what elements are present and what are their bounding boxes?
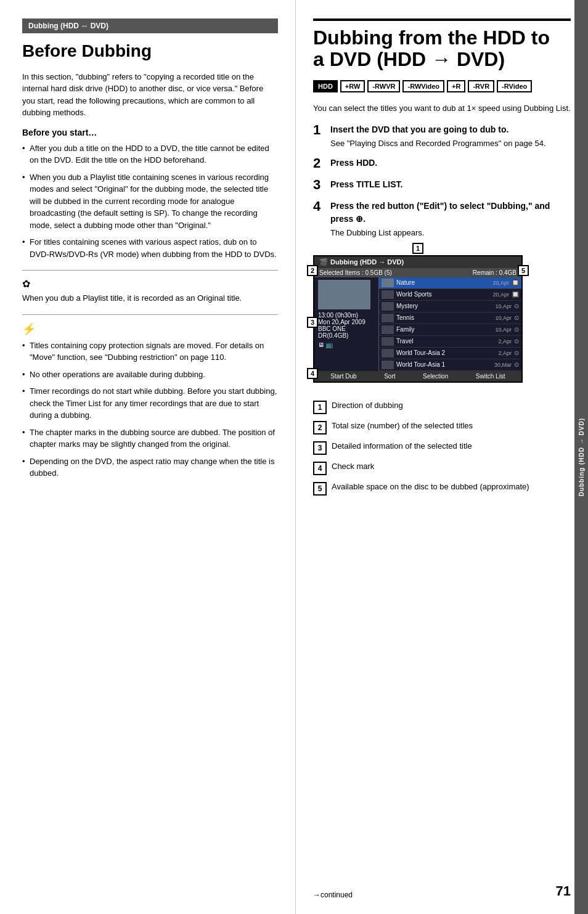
screen-info-time: 13:00 (0h30m) xyxy=(318,312,375,319)
bottom-row: →continued 71 xyxy=(313,883,571,899)
step-content: Press the red button ("Edit") to select … xyxy=(330,200,571,239)
step-row: 4 Press the red button ("Edit") to selec… xyxy=(313,200,571,239)
screen-diagram-wrapper: 1 🎬 Dubbing (HDD → DVD) Selected Items :… xyxy=(313,249,571,393)
screen-list-item: Mystery10,Apr⊙ xyxy=(379,301,521,312)
screen-item-name: World Tour-Asia 2 xyxy=(396,349,496,356)
screen-footer: Start Dub Sort Selection Switch List xyxy=(314,371,521,382)
screen-item-name: Travel xyxy=(396,338,496,345)
callout-marker-2: 2 xyxy=(307,265,318,276)
screen-item-date: 30,Mar xyxy=(494,362,512,368)
screen-sub-right: Remain : 0.4GB xyxy=(473,269,517,276)
screen-list-item: World Tour-Asia 130,Mar⊙ xyxy=(379,359,521,371)
screen-item-name: Family xyxy=(396,326,492,333)
callout-box: 5 xyxy=(313,482,327,496)
callout-box: 2 xyxy=(313,421,327,435)
warning-bullet-item: No other operations are available during… xyxy=(22,369,278,381)
screen-item-name: Mystery xyxy=(396,303,492,309)
screen-item-date: 20,Apr xyxy=(492,280,509,286)
step-content: Press HDD. xyxy=(330,157,377,171)
callout-text: Available space on the disc to be dubbed… xyxy=(332,481,529,492)
disc-badge: +RW xyxy=(340,80,365,92)
warning-bullet-item: Timer recordings do not start while dubb… xyxy=(22,385,278,422)
steps-section: 1 Insert the DVD that you are going to d… xyxy=(313,123,571,239)
side-tab-container: Dubbing (HDD → DVD) xyxy=(574,0,588,914)
side-tab-text: Dubbing (HDD → DVD) xyxy=(578,418,585,496)
bullet-item: After you dub a title on the HDD to a DV… xyxy=(22,142,278,166)
screen-list-item: World Sports20,Apr🔲 xyxy=(379,289,521,301)
step-row: 2 Press HDD. xyxy=(313,157,571,171)
screen-item-thumb xyxy=(382,337,394,346)
screen-list-item: Nature20,Apr🔲 xyxy=(379,277,521,289)
warning-icon: ⚡ xyxy=(22,322,278,336)
screen-item-date: 20,Apr xyxy=(492,292,509,298)
step-title: Press TITLE LIST. xyxy=(330,178,402,191)
left-main-heading: Before Dubbing xyxy=(22,42,278,61)
screen-item-thumb xyxy=(382,325,394,334)
disc-badge: -RVR xyxy=(468,80,494,92)
callout-marker-1: 1 xyxy=(412,243,423,254)
footer-start-dub: Start Dub xyxy=(330,373,356,380)
screen-list-item: World Tour-Asia 22,Apr⊙ xyxy=(379,348,521,359)
continued-text: →continued xyxy=(313,891,353,899)
disc-badges: HDD+RW-RWVR-RWVideo+R-RVR-RVideo xyxy=(313,80,571,92)
step-title: Press the red button ("Edit") to select … xyxy=(330,200,571,226)
screen-item-icon: 🔲 xyxy=(512,291,519,298)
step-detail: The Dubbing List appears. xyxy=(330,227,571,239)
screen-item-thumb xyxy=(382,279,394,287)
step-number: 3 xyxy=(313,178,330,192)
callout-text: Direction of dubbing xyxy=(332,400,403,411)
screen-item-thumb xyxy=(382,361,394,369)
right-intro-text: You can select the titles you want to du… xyxy=(313,102,571,115)
callout-text: Check mark xyxy=(332,461,374,472)
divider-1 xyxy=(22,270,278,271)
right-column: Dubbing from the HDD to a DVD (HDD → DVD… xyxy=(296,0,588,914)
step-number: 1 xyxy=(313,123,330,137)
before-start-heading: Before you start… xyxy=(22,128,278,137)
step-content: Insert the DVD that you are going to dub… xyxy=(330,123,546,150)
screen-item-name: World Sports xyxy=(396,291,490,298)
bullet-item: When you dub a Playlist title containing… xyxy=(22,171,278,232)
page-number: 71 xyxy=(556,883,571,899)
screen-diagram: 🎬 Dubbing (HDD → DVD) Selected Items : 0… xyxy=(313,255,523,383)
screen-item-date: 10,Apr xyxy=(495,315,512,321)
screen-title-icon: 🎬 xyxy=(319,258,328,266)
callout-marker-5: 5 xyxy=(518,265,529,276)
callout-box: 4 xyxy=(313,462,327,475)
intro-paragraph: In this section, "dubbing" refers to "co… xyxy=(22,71,278,119)
warning-bullets-list: Titles containing copy protection signal… xyxy=(22,340,278,479)
screen-list-item: Family10,Apr⊙ xyxy=(379,324,521,336)
screen-item-icon: ⊙ xyxy=(514,361,519,368)
tip-text: When you dub a Playlist title, it is rec… xyxy=(22,292,278,304)
screen-item-date: 2,Apr xyxy=(498,350,512,356)
callout-text: Total size (number) of the selected titl… xyxy=(332,420,473,431)
callout-item: 5 Available space on the disc to be dubb… xyxy=(313,481,571,496)
step-row: 1 Insert the DVD that you are going to d… xyxy=(313,123,571,150)
footer-selection: Selection xyxy=(423,373,448,380)
screen-item-thumb xyxy=(382,314,394,322)
warning-bullet-item: Depending on the DVD, the aspect ratio m… xyxy=(22,455,278,479)
callout-marker-4: 4 xyxy=(307,368,318,379)
screen-sub-left: Selected Items : 0.5GB (5) xyxy=(319,269,392,276)
section-header-text: Dubbing (HDD ↔ DVD) xyxy=(28,22,108,30)
warning-bullet-item: Titles containing copy protection signal… xyxy=(22,340,278,364)
screen-item-icon: ⊙ xyxy=(514,338,519,345)
step-row: 3 Press TITLE LIST. xyxy=(313,178,571,192)
callout-item: 4 Check mark xyxy=(313,461,571,475)
disc-badge: HDD xyxy=(313,80,338,92)
callout-item: 2 Total size (number) of the selected ti… xyxy=(313,420,571,435)
screen-info-hdd: DR(0.4GB) xyxy=(318,332,375,339)
screen-item-icon: ⊙ xyxy=(514,314,519,321)
screen-list-item: Tennis10,Apr⊙ xyxy=(379,312,521,324)
screen-item-date: 2,Apr xyxy=(498,338,512,345)
step-title: Insert the DVD that you are going to dub… xyxy=(330,123,546,136)
screen-item-thumb xyxy=(382,349,394,357)
disc-badge: +R xyxy=(447,80,465,92)
screen-list: Nature20,Apr🔲World Sports20,Apr🔲Mystery1… xyxy=(379,277,521,371)
right-heading-line2: a DVD (HDD → DVD) xyxy=(313,48,505,70)
step-title: Press HDD. xyxy=(330,157,377,169)
tip-icon: ✿ xyxy=(22,278,278,290)
step-content: Press TITLE LIST. xyxy=(330,178,402,192)
screen-info-icons: 🖥📺 xyxy=(318,341,375,348)
screen-item-name: Tennis xyxy=(396,314,492,321)
screen-item-icon: ⊙ xyxy=(514,303,519,309)
